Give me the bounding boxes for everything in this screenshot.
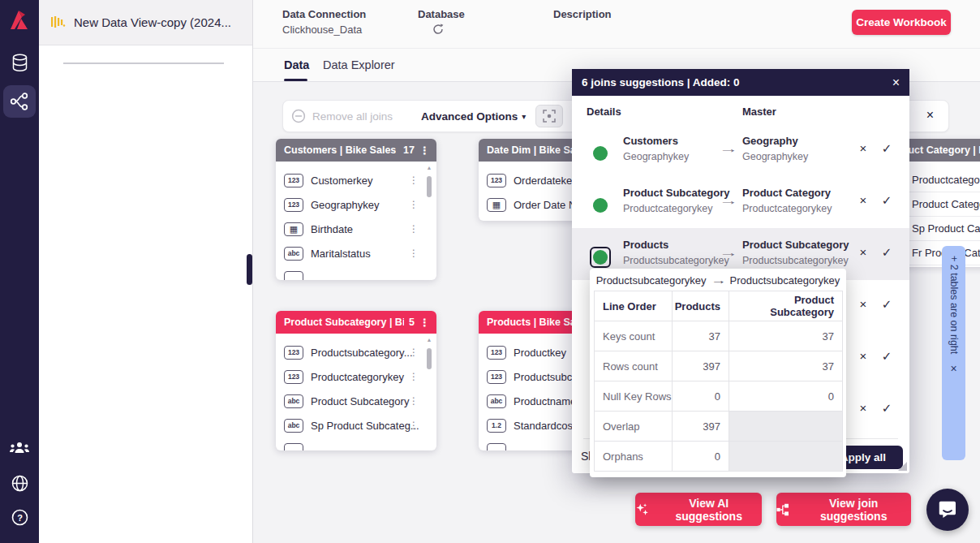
- field-row[interactable]: abcSp Product Subcateg...⋮: [276, 413, 436, 437]
- field-name: Geographykey: [311, 199, 380, 211]
- close-icon[interactable]: ×: [926, 108, 934, 123]
- field-type-icon: 1.2: [487, 419, 506, 433]
- sparkles-icon: [635, 502, 648, 516]
- create-workbook-button[interactable]: Create Workbook: [852, 10, 951, 35]
- tab-data-explorer[interactable]: Data Explorer: [323, 58, 395, 71]
- field-more-icon[interactable]: ⋮: [409, 175, 419, 186]
- database-icon[interactable]: [0, 54, 39, 72]
- more-icon[interactable]: ⋮: [419, 144, 430, 157]
- reject-join-icon[interactable]: ×: [856, 401, 870, 415]
- accept-join-icon[interactable]: ✓: [879, 349, 894, 364]
- close-icon[interactable]: ×: [950, 362, 956, 375]
- field-row[interactable]: abcProduct Subcategory⋮: [276, 389, 436, 413]
- field-label-database: Database: [418, 8, 465, 20]
- table-field-count: 5: [409, 317, 415, 328]
- brand-logo-icon[interactable]: [0, 8, 39, 32]
- join-keys-title: Productsubcategorykey→Productsubcategory…: [590, 274, 846, 287]
- reject-join-icon[interactable]: ×: [856, 193, 870, 207]
- reject-join-icon[interactable]: ×: [856, 141, 870, 155]
- field-more-icon[interactable]: ⋮: [409, 420, 419, 431]
- field-type-icon: 123: [487, 346, 506, 360]
- svg-text:?: ?: [17, 513, 23, 523]
- field-more-icon[interactable]: ⋮: [409, 371, 419, 382]
- card-scrollbar[interactable]: ▲▼: [424, 337, 434, 450]
- table-card-product-subcategory[interactable]: Product Subcategory | Bik... 5 ⋮ 123Prod…: [276, 311, 436, 450]
- detail-table-name: Products: [623, 239, 668, 251]
- field-name: Product Category: [912, 198, 980, 210]
- join-status-dot-wrap: [590, 195, 611, 216]
- focus-icon: [543, 110, 556, 123]
- field-row[interactable]: 123Geographykey⋮: [276, 192, 436, 217]
- field-label-data-connection: Data Connection: [282, 8, 366, 20]
- field-row[interactable]: ▦Birthdate⋮: [276, 217, 436, 241]
- join-status-dot: [593, 198, 608, 213]
- table-card-header[interactable]: Product Subcategory | Bik... 5 ⋮: [276, 311, 436, 334]
- fit-to-view-button[interactable]: [535, 105, 563, 127]
- data-view-title: New Data View-copy (2024...: [74, 15, 231, 29]
- tab-data[interactable]: Data: [284, 58, 309, 71]
- active-tab-underline: [284, 79, 307, 81]
- stats-value-empty: [729, 442, 843, 472]
- globe-icon[interactable]: [0, 474, 39, 493]
- accept-join-icon[interactable]: ✓: [879, 193, 894, 208]
- tables-on-right-badge[interactable]: + 2 tables are on right ×: [942, 246, 965, 460]
- detail-key-name: Productcategorykey: [623, 203, 712, 214]
- accept-join-icon[interactable]: ✓: [879, 141, 894, 156]
- view-join-suggestions-button[interactable]: View join suggestions: [776, 493, 911, 526]
- reject-join-icon[interactable]: ×: [856, 349, 870, 363]
- scroll-thumb[interactable]: [427, 348, 432, 369]
- accept-join-icon[interactable]: ✓: [879, 245, 894, 260]
- field-type-icon: ▦: [487, 198, 506, 212]
- field-more-icon[interactable]: ⋮: [409, 223, 419, 235]
- data-view-panel: New Data View-copy (2024...: [39, 0, 253, 543]
- more-icon[interactable]: ⋮: [419, 317, 430, 329]
- field-row[interactable]: 123Productsubcategory...⋮: [276, 340, 436, 364]
- help-icon[interactable]: ?: [0, 508, 39, 527]
- field-row[interactable]: 123Customerkey⋮: [276, 168, 436, 192]
- reject-join-icon[interactable]: ×: [856, 297, 870, 311]
- join-status-dot: [593, 250, 608, 265]
- master-key-name: Productcategorykey: [742, 203, 832, 214]
- join-suggestion-row[interactable]: Customers Geographykey → Geography Geogr…: [572, 124, 909, 176]
- stats-row-label: Keys count: [595, 321, 673, 351]
- field-more-icon[interactable]: ⋮: [409, 199, 419, 210]
- stats-col-header: Products: [673, 291, 729, 321]
- data-model-nav-active[interactable]: [3, 85, 36, 118]
- field-more-icon[interactable]: ⋮: [409, 248, 419, 259]
- table-title: Customers | Bike Sales: [284, 144, 396, 156]
- arrow-icon: →: [719, 246, 738, 259]
- refresh-icon[interactable]: [432, 24, 444, 38]
- field-row[interactable]: 123Productcategorykey⋮: [276, 364, 436, 389]
- field-more-icon[interactable]: ⋮: [409, 395, 419, 407]
- reject-join-icon[interactable]: ×: [856, 245, 870, 259]
- remove-all-joins-button[interactable]: Remove all joins: [291, 101, 393, 131]
- view-ai-suggestions-label: View AI suggestions: [655, 497, 762, 523]
- view-ai-suggestions-button[interactable]: View AI suggestions: [635, 493, 762, 526]
- header-divider: [253, 48, 980, 49]
- advanced-options-button[interactable]: Advanced Options ▾: [421, 101, 526, 131]
- card-scrollbar[interactable]: ▲▼: [424, 165, 434, 280]
- scroll-up-icon[interactable]: ▲: [427, 165, 432, 171]
- chat-launcher-button[interactable]: [926, 489, 969, 531]
- accept-join-icon[interactable]: ✓: [879, 297, 894, 312]
- arrow-icon: →: [710, 274, 726, 287]
- scroll-thumb[interactable]: [427, 176, 432, 197]
- stats-col-header: Line Order: [595, 291, 673, 321]
- data-view-icon: [50, 15, 66, 30]
- accept-join-icon[interactable]: ✓: [879, 401, 894, 416]
- community-icon[interactable]: [0, 441, 39, 455]
- table-card-customers[interactable]: Customers | Bike Sales 17 ⋮ 123Customerk…: [276, 139, 436, 280]
- table-card-header[interactable]: Customers | Bike Sales 17 ⋮: [276, 139, 436, 162]
- modal-header[interactable]: 6 joins suggestions | Added: 0 ×: [572, 69, 909, 96]
- field-type-icon: 123: [284, 370, 303, 384]
- join-suggestion-row[interactable]: Product Subcategory Productcategorykey →…: [572, 176, 909, 228]
- scroll-up-icon[interactable]: ▲: [427, 337, 432, 343]
- resize-handle[interactable]: [898, 462, 907, 471]
- to-key: Productsubcategorykey: [730, 274, 840, 287]
- field-type-icon: abc: [487, 394, 506, 408]
- close-icon[interactable]: ×: [892, 75, 900, 90]
- field-more-icon[interactable]: ⋮: [409, 347, 419, 358]
- panel-scrollbar-thumb[interactable]: [247, 254, 252, 285]
- field-row[interactable]: abcMaritalstatus⋮: [276, 241, 436, 265]
- data-view-title-bar[interactable]: New Data View-copy (2024...: [39, 0, 252, 45]
